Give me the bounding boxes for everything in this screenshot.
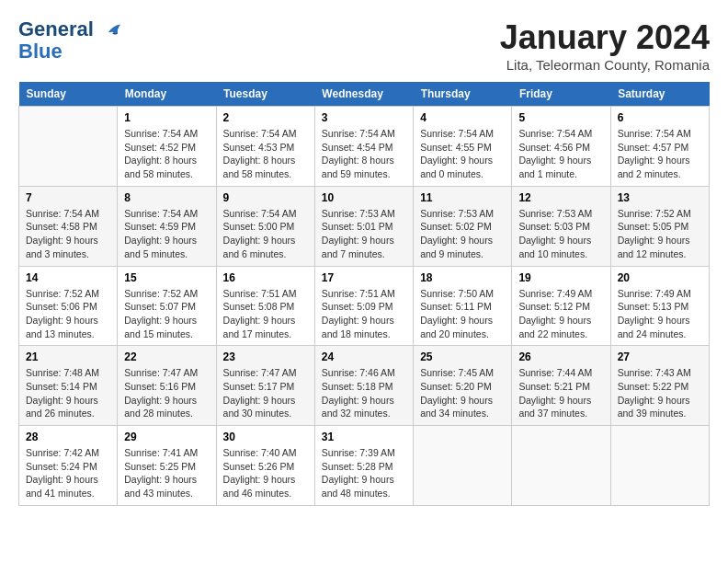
day-number: 14 [26,271,110,284]
calendar-cell: 25Sunrise: 7:45 AMSunset: 5:20 PMDayligh… [414,346,512,426]
day-number: 28 [26,431,110,443]
calendar-cell: 31Sunrise: 7:39 AMSunset: 5:28 PMDayligh… [314,426,413,506]
calendar-cell: 17Sunrise: 7:51 AMSunset: 5:09 PMDayligh… [314,266,413,346]
page-header: General Blue January 2024 Lita, Teleorma… [18,18,710,73]
day-info: Sunrise: 7:54 AMSunset: 4:58 PMDaylight:… [26,207,110,261]
day-number: 21 [26,350,110,363]
weekday-header-tuesday: Tuesday [216,82,314,107]
day-info: Sunrise: 7:53 AMSunset: 5:03 PMDaylight:… [518,207,603,261]
weekday-header-wednesday: Wednesday [314,82,413,107]
day-info: Sunrise: 7:45 AMSunset: 5:20 PMDaylight:… [420,366,505,420]
day-number: 19 [518,271,603,284]
day-number: 26 [518,350,603,363]
calendar-cell: 12Sunrise: 7:53 AMSunset: 5:03 PMDayligh… [512,186,610,266]
day-info: Sunrise: 7:54 AMSunset: 4:57 PMDaylight:… [618,127,702,181]
day-info: Sunrise: 7:54 AMSunset: 5:00 PMDaylight:… [223,207,308,261]
calendar-cell: 6Sunrise: 7:54 AMSunset: 4:57 PMDaylight… [610,107,709,187]
day-number: 4 [420,111,505,124]
day-number: 24 [322,350,406,363]
calendar-cell: 22Sunrise: 7:47 AMSunset: 5:16 PMDayligh… [118,346,216,426]
weekday-header-sunday: Sunday [19,82,118,107]
week-row-1: 1Sunrise: 7:54 AMSunset: 4:52 PMDaylight… [19,107,710,187]
day-info: Sunrise: 7:54 AMSunset: 4:55 PMDaylight:… [420,127,505,181]
calendar-cell: 18Sunrise: 7:50 AMSunset: 5:11 PMDayligh… [414,266,512,346]
day-info: Sunrise: 7:52 AMSunset: 5:06 PMDaylight:… [26,287,110,341]
day-number: 15 [124,271,209,284]
day-number: 7 [26,191,110,204]
day-info: Sunrise: 7:43 AMSunset: 5:22 PMDaylight:… [618,366,702,420]
day-number: 30 [223,431,308,443]
calendar-cell: 20Sunrise: 7:49 AMSunset: 5:13 PMDayligh… [610,266,709,346]
calendar-cell: 13Sunrise: 7:52 AMSunset: 5:05 PMDayligh… [610,186,709,266]
calendar-cell: 7Sunrise: 7:54 AMSunset: 4:58 PMDaylight… [19,186,118,266]
day-info: Sunrise: 7:47 AMSunset: 5:17 PMDaylight:… [223,366,308,420]
day-info: Sunrise: 7:54 AMSunset: 4:54 PMDaylight:… [322,127,406,181]
day-info: Sunrise: 7:53 AMSunset: 5:01 PMDaylight:… [322,207,406,261]
day-info: Sunrise: 7:42 AMSunset: 5:24 PMDaylight:… [26,446,110,500]
day-number: 17 [322,271,406,284]
day-info: Sunrise: 7:52 AMSunset: 5:05 PMDaylight:… [618,207,702,261]
day-number: 29 [124,431,209,443]
day-number: 10 [322,191,406,204]
logo-line2: Blue [18,40,123,63]
day-number: 23 [223,350,308,363]
week-row-5: 28Sunrise: 7:42 AMSunset: 5:24 PMDayligh… [19,426,710,506]
calendar-cell: 3Sunrise: 7:54 AMSunset: 4:54 PMDaylight… [314,107,413,187]
day-info: Sunrise: 7:49 AMSunset: 5:13 PMDaylight:… [618,287,702,341]
calendar-cell: 23Sunrise: 7:47 AMSunset: 5:17 PMDayligh… [216,346,314,426]
calendar-cell: 10Sunrise: 7:53 AMSunset: 5:01 PMDayligh… [314,186,413,266]
day-number: 5 [518,111,603,124]
calendar-cell: 9Sunrise: 7:54 AMSunset: 5:00 PMDaylight… [216,186,314,266]
day-number: 27 [618,350,702,363]
day-number: 1 [124,111,209,124]
title-block: January 2024 Lita, Teleorman County, Rom… [500,18,710,73]
day-info: Sunrise: 7:40 AMSunset: 5:26 PMDaylight:… [223,446,308,500]
calendar-cell: 4Sunrise: 7:54 AMSunset: 4:55 PMDaylight… [414,107,512,187]
day-number: 16 [223,271,308,284]
calendar-cell [610,426,709,506]
weekday-header-row: SundayMondayTuesdayWednesdayThursdayFrid… [19,82,710,107]
calendar-cell [19,107,118,187]
day-number: 3 [322,111,406,124]
day-info: Sunrise: 7:50 AMSunset: 5:11 PMDaylight:… [420,287,505,341]
day-info: Sunrise: 7:54 AMSunset: 4:52 PMDaylight:… [124,127,209,181]
calendar-table: SundayMondayTuesdayWednesdayThursdayFrid… [18,82,710,506]
calendar-cell: 19Sunrise: 7:49 AMSunset: 5:12 PMDayligh… [512,266,610,346]
calendar-cell: 26Sunrise: 7:44 AMSunset: 5:21 PMDayligh… [512,346,610,426]
day-info: Sunrise: 7:48 AMSunset: 5:14 PMDaylight:… [26,366,110,420]
day-number: 18 [420,271,505,284]
day-number: 9 [223,191,308,204]
day-number: 13 [618,191,702,204]
calendar-cell: 14Sunrise: 7:52 AMSunset: 5:06 PMDayligh… [19,266,118,346]
week-row-2: 7Sunrise: 7:54 AMSunset: 4:58 PMDaylight… [19,186,710,266]
calendar-cell: 16Sunrise: 7:51 AMSunset: 5:08 PMDayligh… [216,266,314,346]
week-row-4: 21Sunrise: 7:48 AMSunset: 5:14 PMDayligh… [19,346,710,426]
day-info: Sunrise: 7:49 AMSunset: 5:12 PMDaylight:… [518,287,603,341]
calendar-cell: 30Sunrise: 7:40 AMSunset: 5:26 PMDayligh… [216,426,314,506]
day-number: 25 [420,350,505,363]
calendar-cell: 2Sunrise: 7:54 AMSunset: 4:53 PMDaylight… [216,107,314,187]
calendar-cell: 5Sunrise: 7:54 AMSunset: 4:56 PMDaylight… [512,107,610,187]
day-info: Sunrise: 7:41 AMSunset: 5:25 PMDaylight:… [124,446,209,500]
day-info: Sunrise: 7:44 AMSunset: 5:21 PMDaylight:… [518,366,603,420]
logo-bird-icon [103,20,123,40]
logo: General Blue [18,18,123,63]
calendar-cell: 1Sunrise: 7:54 AMSunset: 4:52 PMDaylight… [118,107,216,187]
day-info: Sunrise: 7:51 AMSunset: 5:09 PMDaylight:… [322,287,406,341]
month-title: January 2024 [500,18,710,57]
calendar-cell [512,426,610,506]
calendar-cell: 27Sunrise: 7:43 AMSunset: 5:22 PMDayligh… [610,346,709,426]
day-info: Sunrise: 7:46 AMSunset: 5:18 PMDaylight:… [322,366,406,420]
day-info: Sunrise: 7:47 AMSunset: 5:16 PMDaylight:… [124,366,209,420]
calendar-cell: 28Sunrise: 7:42 AMSunset: 5:24 PMDayligh… [19,426,118,506]
calendar-cell: 8Sunrise: 7:54 AMSunset: 4:59 PMDaylight… [118,186,216,266]
weekday-header-saturday: Saturday [610,82,709,107]
day-info: Sunrise: 7:54 AMSunset: 4:59 PMDaylight:… [124,207,209,261]
day-number: 31 [322,431,406,443]
calendar-cell: 29Sunrise: 7:41 AMSunset: 5:25 PMDayligh… [118,426,216,506]
logo-line1: General [18,17,94,40]
calendar-cell [414,426,512,506]
day-number: 11 [420,191,505,204]
calendar-cell: 21Sunrise: 7:48 AMSunset: 5:14 PMDayligh… [19,346,118,426]
calendar-cell: 11Sunrise: 7:53 AMSunset: 5:02 PMDayligh… [414,186,512,266]
